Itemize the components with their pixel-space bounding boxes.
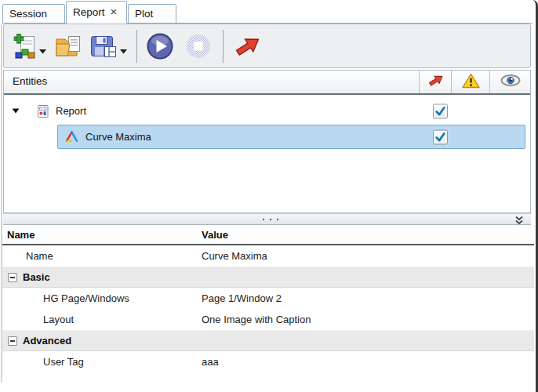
prop-row-layout[interactable]: LayoutOne Image with Caption — [2, 309, 534, 330]
prop-group-label: Basic — [23, 271, 50, 283]
tab-label: Session — [9, 8, 47, 20]
prop-row-hg-page-windows[interactable]: HG Page/WindowsPage 1/Window 2 — [2, 288, 534, 309]
properties-rows: NameCurve MaximaBasicHG Page/WindowsPage… — [2, 245, 534, 372]
prop-row-name[interactable]: NameCurve Maxima — [2, 245, 534, 267]
prop-value[interactable]: Page 1/Window 2 — [202, 292, 282, 304]
entities-title: Entities — [13, 75, 47, 87]
panel-splitter[interactable] — [3, 213, 531, 225]
prop-name: User Tag — [43, 356, 84, 368]
toolbar — [3, 24, 531, 68]
copy-report-button[interactable] — [55, 28, 83, 64]
column-export[interactable] — [419, 71, 452, 93]
dropdown-caret-icon — [120, 49, 127, 54]
toolbar-separator — [223, 30, 224, 63]
warning-icon — [462, 73, 480, 92]
tab-close-icon[interactable]: × — [111, 5, 118, 17]
tab-strip: SessionReport×Plot — [2, 0, 533, 24]
tree-row-body: Curve Maxima — [57, 125, 525, 149]
column-warning[interactable] — [451, 71, 490, 93]
prop-group-basic[interactable]: Basic — [2, 267, 534, 288]
tab-label: Plot — [135, 8, 153, 20]
tab-session[interactable]: Session — [2, 4, 65, 24]
copy-report-icon — [55, 34, 83, 59]
new-report-dropdown[interactable] — [39, 34, 46, 70]
export-report-button[interactable] — [232, 28, 264, 64]
stop-report-icon — [185, 33, 212, 60]
properties-panel: Name Value NameCurve MaximaBasicHG Page/… — [2, 225, 534, 392]
expand-collapse-icon[interactable] — [12, 108, 29, 114]
tree-row-label: Report — [56, 105, 86, 117]
properties-header: Name Value — [2, 225, 534, 245]
export-arrow-icon — [427, 73, 445, 91]
entities-tree: ReportCurve Maxima — [4, 95, 530, 150]
tree-row-curve-maxima[interactable]: Curve Maxima — [4, 124, 530, 150]
prop-group-advanced[interactable]: Advanced — [2, 330, 534, 351]
curve-maxima-icon — [64, 130, 79, 143]
row-visibility-checkbox[interactable] — [433, 129, 448, 144]
tab-label: Report — [73, 6, 105, 18]
prop-name: HG Page/Windows — [43, 292, 129, 304]
run-report-button[interactable] — [146, 28, 174, 64]
entities-header: Entities — [4, 71, 530, 95]
collapse-group-icon[interactable] — [8, 273, 17, 282]
prop-name: Name — [26, 250, 53, 262]
export-report-arrow-icon — [232, 34, 264, 59]
tab-report[interactable]: Report× — [66, 1, 127, 24]
report-icon — [36, 104, 49, 118]
prop-group-label: Advanced — [23, 335, 71, 347]
stop-report-button[interactable] — [185, 28, 212, 64]
prop-name: Layout — [43, 314, 74, 325]
tree-row-body: Report — [29, 99, 525, 123]
run-report-icon — [146, 32, 174, 60]
tree-row-report[interactable]: Report — [4, 98, 530, 124]
save-report-dropdown[interactable] — [120, 34, 127, 70]
tab-plot[interactable]: Plot — [128, 4, 176, 24]
prop-row-user-tag[interactable]: User Tagaaa — [2, 351, 534, 372]
row-visibility-checkbox[interactable] — [433, 103, 448, 118]
tree-row-label: Curve Maxima — [85, 131, 151, 143]
column-header-value: Value — [202, 229, 228, 241]
save-report-button[interactable] — [89, 28, 118, 64]
collapse-group-icon[interactable] — [8, 336, 17, 346]
visibility-eye-icon — [500, 74, 521, 90]
column-visibility[interactable] — [489, 71, 531, 93]
new-report-button[interactable] — [13, 28, 37, 64]
prop-value[interactable]: One Image with Caption — [202, 314, 311, 325]
column-header-name: Name — [7, 229, 35, 241]
prop-value[interactable]: Curve Maxima — [202, 250, 267, 262]
splitter-grip-dots — [263, 219, 264, 220]
toolbar-separator — [136, 30, 137, 63]
report-panel-window: SessionReport×Plot — [0, 0, 538, 392]
new-report-icon — [13, 33, 37, 60]
prop-value[interactable]: aaa — [202, 356, 219, 368]
dropdown-caret-icon — [39, 49, 46, 54]
entities-panel: Entities — [3, 70, 531, 213]
save-report-icon — [89, 34, 118, 59]
